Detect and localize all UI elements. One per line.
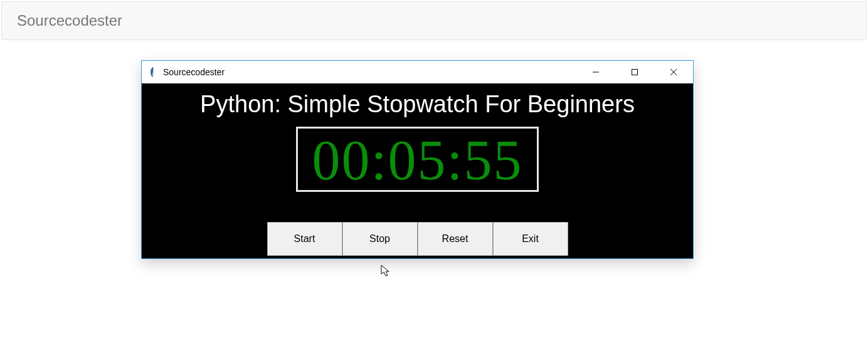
window-titlebar[interactable]: Sourcecodester [142, 61, 693, 83]
app-window: Sourcecodester Python: Simple Stopwatch … [141, 60, 694, 259]
window-title: Sourcecodester [163, 67, 225, 77]
feather-icon [148, 66, 158, 78]
reset-button[interactable]: Reset [418, 222, 493, 256]
close-icon [670, 68, 677, 76]
page-header: Sourcecodester [1, 1, 867, 40]
page-title: Sourcecodester [17, 12, 851, 29]
time-display-box: 00:05:55 [296, 127, 538, 192]
stop-button[interactable]: Stop [342, 222, 418, 256]
time-display: 00:05:55 [312, 132, 522, 189]
content-area: Sourcecodester Python: Simple Stopwatch … [0, 41, 868, 259]
svg-rect-1 [632, 70, 638, 75]
maximize-icon [631, 68, 638, 76]
maximize-button[interactable] [615, 61, 654, 83]
app-body: Python: Simple Stopwatch For Beginners 0… [142, 83, 693, 258]
mouse-cursor-icon [380, 264, 393, 279]
close-button[interactable] [654, 61, 693, 83]
app-heading: Python: Simple Stopwatch For Beginners [142, 88, 693, 124]
minimize-button[interactable] [576, 61, 615, 83]
start-button[interactable]: Start [267, 222, 342, 256]
window-controls [576, 61, 693, 83]
exit-button[interactable]: Exit [493, 222, 568, 256]
button-row: Start Stop Reset Exit [142, 192, 693, 258]
minimize-icon [592, 68, 600, 76]
